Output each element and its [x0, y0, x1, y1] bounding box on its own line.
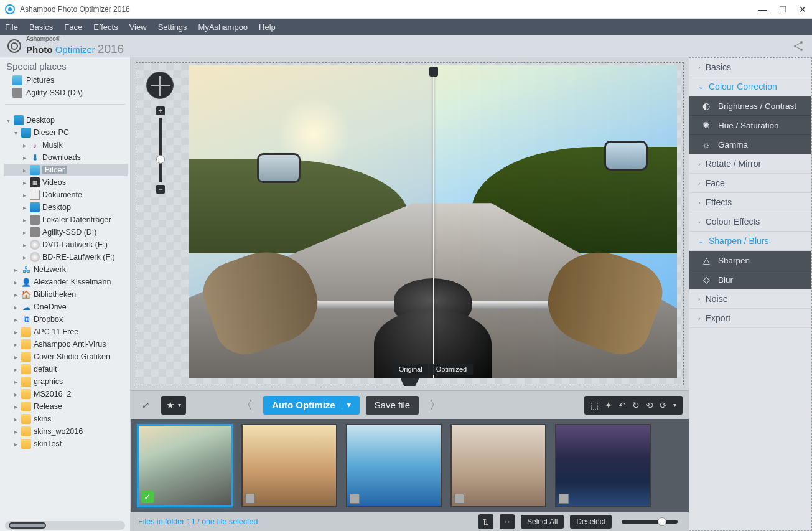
zoom-slider-knob[interactable] — [156, 155, 165, 164]
expand-icon[interactable]: ▸ — [21, 192, 27, 199]
tree-item[interactable]: ▸ 👤 Alexander Kisselmann — [4, 276, 128, 288]
tree-item[interactable]: ▸ Agility-SSD (D:) — [4, 226, 128, 238]
tree-item[interactable]: ▸ Desktop — [4, 201, 128, 214]
magic-tool-icon[interactable]: ✦ — [605, 400, 612, 410]
redo-icon[interactable]: ↻ — [632, 400, 640, 410]
auto-optimize-dropdown[interactable]: ▾ — [342, 401, 351, 409]
tree-item[interactable]: ▸ ⬇ Downloads — [4, 151, 128, 164]
expand-icon[interactable]: ▸ — [12, 341, 19, 348]
deselect-button[interactable]: Deselect — [570, 515, 612, 529]
menu-settings[interactable]: Settings — [158, 22, 187, 32]
tree-item[interactable]: ▾ Dieser PC — [4, 126, 128, 139]
tree-item[interactable]: ▾ Desktop — [4, 114, 128, 126]
rotate-right-icon[interactable]: ⟳ — [660, 400, 667, 410]
panel-section[interactable]: ›Export — [689, 309, 811, 328]
expand-icon[interactable]: ▸ — [21, 204, 27, 211]
filmstrip[interactable]: ✓ — [131, 419, 689, 512]
expand-icon[interactable]: ▸ — [21, 242, 27, 248]
expand-icon[interactable]: ▸ — [12, 279, 19, 286]
expand-icon[interactable]: ▸ — [12, 354, 19, 360]
expand-icon[interactable]: ▾ — [5, 117, 11, 124]
sort-toggle-icon[interactable]: ⇅ — [478, 514, 493, 529]
tree-item[interactable]: ▸ Lokaler Datenträger — [4, 214, 128, 226]
checkbox-icon[interactable] — [245, 494, 255, 504]
tree-item[interactable]: ▸ Ashampoo Anti-Virus — [4, 338, 128, 350]
save-file-button[interactable]: Save file — [366, 396, 419, 415]
minimize-button[interactable]: — — [758, 4, 767, 14]
thumbnail[interactable] — [241, 424, 337, 507]
panel-item[interactable]: ✺Hue / Saturation — [689, 116, 811, 135]
fit-width-icon[interactable]: ↔ — [500, 514, 515, 529]
menu-file[interactable]: File — [5, 22, 18, 32]
thumbnail[interactable]: ✓ — [137, 424, 233, 507]
expand-icon[interactable]: ▸ — [12, 304, 19, 311]
tree-item[interactable]: ▸ Dokumente — [4, 189, 128, 201]
expand-icon[interactable]: ▸ — [12, 266, 19, 273]
expand-icon[interactable]: ▸ — [12, 428, 19, 435]
panel-section[interactable]: ›Rotate / Mirror — [689, 154, 811, 174]
panel-section[interactable]: ›Basics — [689, 58, 811, 77]
thumbnail[interactable] — [450, 424, 546, 507]
panel-item[interactable]: ◇Blur — [689, 270, 811, 289]
expand-icon[interactable]: ▸ — [21, 154, 27, 161]
tree-item[interactable]: ▸ default — [4, 363, 128, 375]
panel-item[interactable]: ◐Brightness / Contrast — [689, 96, 811, 116]
panel-section[interactable]: ›Effects — [689, 193, 811, 212]
share-icon[interactable] — [792, 40, 805, 52]
pan-control[interactable] — [146, 72, 174, 99]
preview-image[interactable]: Original Optimized — [189, 65, 677, 378]
tree-item[interactable]: ▸ ⧉ Dropbox — [4, 313, 128, 326]
special-place-drive[interactable]: Agility-SSD (D:\) — [12, 87, 126, 99]
tree-item[interactable]: ▸ skinTest — [4, 438, 128, 450]
favorite-button[interactable]: ★▾ — [161, 396, 186, 415]
tree-item[interactable]: ▸ skins_wo2016 — [4, 425, 128, 438]
prev-action-button[interactable]: 〈 — [236, 396, 257, 415]
checkbox-icon[interactable] — [350, 494, 360, 504]
tree-item[interactable]: ▸ 🏠 Bibliotheken — [4, 288, 128, 301]
expand-icon[interactable]: ▸ — [21, 142, 27, 149]
panel-item[interactable]: ☼Gamma — [689, 135, 811, 154]
tree-item[interactable]: ▸ graphics — [4, 375, 128, 388]
tree-item[interactable]: ▸ Cover Studio Grafiken — [4, 350, 128, 363]
thumbnail[interactable] — [555, 424, 651, 507]
expand-icon[interactable]: ▸ — [12, 366, 19, 373]
expand-icon[interactable]: ▸ — [12, 316, 19, 323]
tree-item[interactable]: ▸ ♪ Musik — [4, 139, 128, 151]
tree-item[interactable]: ▸ 🖧 Netzwerk — [4, 263, 128, 276]
expand-icon[interactable]: ▸ — [12, 329, 19, 336]
close-button[interactable]: ✕ — [798, 4, 807, 14]
panel-section[interactable]: ›Face — [689, 174, 811, 193]
menu-effects[interactable]: Effects — [93, 22, 118, 32]
rotate-left-icon[interactable]: ⟲ — [646, 400, 653, 410]
panel-section[interactable]: ›Colour Effects — [689, 212, 811, 232]
thumbnail[interactable] — [346, 424, 442, 507]
sidebar-scrollbar[interactable] — [5, 521, 125, 530]
panel-item[interactable]: △Sharpen — [689, 251, 811, 270]
compare-split-handle[interactable] — [433, 65, 434, 378]
panel-section[interactable]: ›Noise — [689, 289, 811, 309]
menu-help[interactable]: Help — [259, 22, 276, 32]
crop-tool-icon[interactable]: ⬚ — [590, 400, 599, 410]
thumb-zoom-slider[interactable] — [622, 520, 678, 524]
panel-section[interactable]: ⌄Sharpen / Blurs — [689, 232, 811, 251]
tree-item[interactable]: ▸ skins — [4, 413, 128, 425]
zoom-control[interactable]: + − — [156, 106, 165, 194]
zoom-out-button[interactable]: − — [156, 185, 165, 194]
tree-item[interactable]: ▸ DVD-Laufwerk (E:) — [4, 238, 128, 251]
expand-icon[interactable]: ▾ — [12, 129, 19, 136]
zoom-in-button[interactable]: + — [156, 106, 165, 115]
fullscreen-button[interactable]: ⤢ — [137, 396, 155, 415]
panel-section[interactable]: ⌄Colour Correction — [689, 77, 811, 96]
menu-myashampoo[interactable]: MyAshampoo — [198, 22, 248, 32]
menu-view[interactable]: View — [129, 22, 147, 32]
next-action-button[interactable]: 〉 — [425, 396, 446, 415]
expand-icon[interactable]: ▸ — [12, 291, 19, 298]
tree-item[interactable]: ▸ Release — [4, 400, 128, 413]
auto-optimize-button[interactable]: Auto Optimize ▾ — [263, 396, 360, 415]
menu-basics[interactable]: Basics — [29, 22, 53, 32]
tree-item[interactable]: ▸ MS2016_2 — [4, 388, 128, 400]
expand-icon[interactable]: ▸ — [21, 179, 27, 186]
tree-item[interactable]: ▸ APC 11 Free — [4, 326, 128, 338]
special-place-pictures[interactable]: Pictures — [12, 74, 126, 87]
tree-item[interactable]: ▸ ☁ OneDrive — [4, 301, 128, 313]
